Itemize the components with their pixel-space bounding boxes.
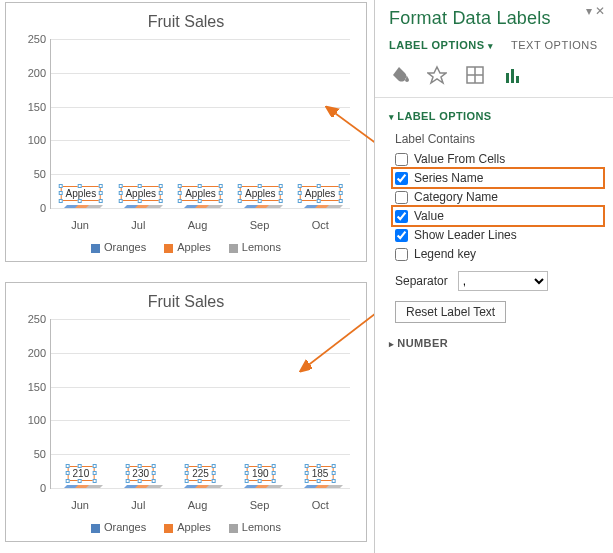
y-tick-label: 50 xyxy=(34,448,51,460)
x-tick-label: Oct xyxy=(312,499,329,511)
x-axis: JunJulAugSepOct xyxy=(50,499,350,511)
y-tick-label: 100 xyxy=(28,134,51,146)
chart-title: Fruit Sales xyxy=(16,13,356,31)
checkbox[interactable] xyxy=(395,229,408,242)
x-tick-label: Jul xyxy=(131,499,145,511)
section-number[interactable]: NUMBER xyxy=(389,337,601,349)
legend: OrangesApplesLemons xyxy=(16,241,356,253)
checkbox[interactable] xyxy=(395,248,408,261)
y-tick-label: 50 xyxy=(34,168,51,180)
data-label[interactable]: 225 xyxy=(187,466,214,481)
plot-area: 050100150200250210230225190185 xyxy=(50,319,350,489)
opt-label: Show Leader Lines xyxy=(414,228,517,242)
separator-label: Separator xyxy=(395,274,448,288)
svg-rect-2 xyxy=(511,69,514,83)
y-tick-label: 0 xyxy=(40,482,51,494)
size-icon[interactable] xyxy=(465,65,485,85)
opt-label: Value xyxy=(414,209,444,223)
section-label-options[interactable]: LABEL OPTIONS xyxy=(389,104,601,128)
divider xyxy=(375,97,613,98)
format-data-labels-pane: ▾ ✕ Format Data Labels LABEL OPTIONS TEX… xyxy=(374,0,613,553)
chart-bottom[interactable]: Fruit Sales05010015020025021023022519018… xyxy=(5,282,367,542)
chart-title: Fruit Sales xyxy=(16,293,356,311)
data-label[interactable]: Apples xyxy=(120,186,161,201)
chart-top[interactable]: Fruit Sales050100150200250ApplesApplesAp… xyxy=(5,2,367,262)
category-icons xyxy=(389,65,601,85)
label-contains-heading: Label Contains xyxy=(395,132,601,146)
legend: OrangesApplesLemons xyxy=(16,521,356,533)
legend-item-lemons[interactable]: Lemons xyxy=(229,521,281,533)
opt-value-from-cells[interactable]: Value From Cells xyxy=(395,152,601,166)
svg-rect-3 xyxy=(516,76,519,83)
data-label[interactable]: Apples xyxy=(300,186,341,201)
x-tick-label: Jun xyxy=(71,499,89,511)
x-tick-label: Aug xyxy=(188,499,208,511)
fill-icon[interactable] xyxy=(389,65,409,85)
y-tick-label: 250 xyxy=(28,33,51,45)
y-tick-label: 200 xyxy=(28,347,51,359)
data-label[interactable]: Apples xyxy=(240,186,281,201)
legend-item-lemons[interactable]: Lemons xyxy=(229,241,281,253)
opt-legend-key[interactable]: Legend key xyxy=(395,247,601,261)
x-tick-label: Aug xyxy=(188,219,208,231)
opt-leader-lines[interactable]: Show Leader Lines xyxy=(395,228,601,242)
x-tick-label: Sep xyxy=(250,499,270,511)
pane-title: Format Data Labels xyxy=(389,8,601,29)
opt-value[interactable]: Value xyxy=(395,209,601,223)
separator-row: Separator , xyxy=(395,271,601,291)
data-label[interactable]: 190 xyxy=(247,466,274,481)
data-label[interactable]: Apples xyxy=(61,186,102,201)
reset-label-text-button[interactable]: Reset Label Text xyxy=(395,301,506,323)
x-axis: JunJulAugSepOct xyxy=(50,219,350,231)
label-options-icon[interactable] xyxy=(503,65,523,85)
checkbox[interactable] xyxy=(395,172,408,185)
tab-label-options[interactable]: LABEL OPTIONS xyxy=(389,39,493,51)
opt-label: Series Name xyxy=(414,171,483,185)
checkbox[interactable] xyxy=(395,210,408,223)
y-tick-label: 250 xyxy=(28,313,51,325)
charts-column: Fruit Sales050100150200250ApplesApplesAp… xyxy=(5,2,367,553)
plot-area: 050100150200250ApplesApplesApplesApplesA… xyxy=(50,39,350,209)
checkbox[interactable] xyxy=(395,153,408,166)
label-options-group: Label Contains Value From Cells Series N… xyxy=(389,132,601,323)
opt-label: Legend key xyxy=(414,247,476,261)
y-tick-label: 150 xyxy=(28,101,51,113)
close-icon[interactable]: ▾ ✕ xyxy=(586,4,605,18)
opt-category-name[interactable]: Category Name xyxy=(395,190,601,204)
y-tick-label: 200 xyxy=(28,67,51,79)
legend-item-apples[interactable]: Apples xyxy=(164,521,211,533)
opt-label: Category Name xyxy=(414,190,498,204)
data-label[interactable]: 230 xyxy=(127,466,154,481)
effects-icon[interactable] xyxy=(427,65,447,85)
x-tick-label: Sep xyxy=(250,219,270,231)
pane-tabs: LABEL OPTIONS TEXT OPTIONS xyxy=(389,39,601,51)
y-tick-label: 0 xyxy=(40,202,51,214)
y-tick-label: 150 xyxy=(28,381,51,393)
tab-text-options[interactable]: TEXT OPTIONS xyxy=(511,39,597,51)
x-tick-label: Oct xyxy=(312,219,329,231)
opt-label: Value From Cells xyxy=(414,152,505,166)
data-label[interactable]: Apples xyxy=(180,186,221,201)
opt-series-name[interactable]: Series Name xyxy=(395,171,601,185)
svg-rect-1 xyxy=(506,73,509,83)
data-label[interactable]: 185 xyxy=(307,466,334,481)
legend-item-oranges[interactable]: Oranges xyxy=(91,241,146,253)
data-label[interactable]: 210 xyxy=(68,466,95,481)
x-tick-label: Jun xyxy=(71,219,89,231)
legend-item-apples[interactable]: Apples xyxy=(164,241,211,253)
x-tick-label: Jul xyxy=(131,219,145,231)
y-tick-label: 100 xyxy=(28,414,51,426)
checkbox[interactable] xyxy=(395,191,408,204)
legend-item-oranges[interactable]: Oranges xyxy=(91,521,146,533)
separator-select[interactable]: , xyxy=(458,271,548,291)
